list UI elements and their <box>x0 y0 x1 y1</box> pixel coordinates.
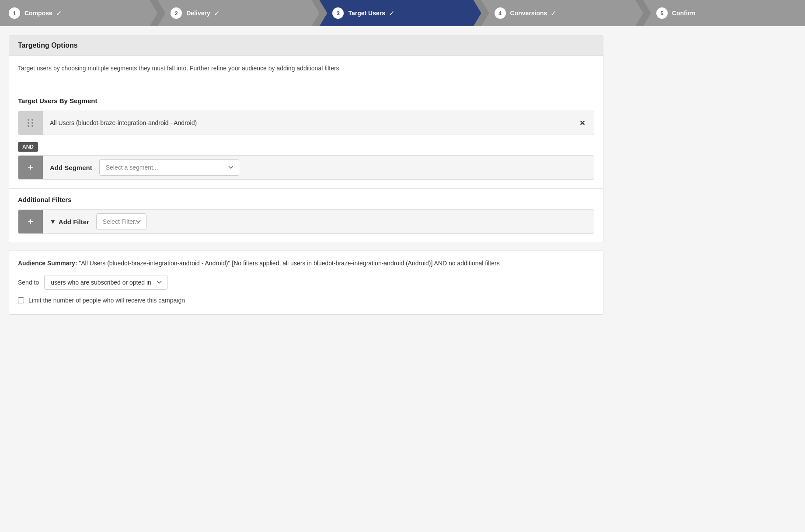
step-number-2: 2 <box>171 7 182 19</box>
segment-name: All Users (bluedot-braze-integration-and… <box>43 112 571 133</box>
segment-drag-handle[interactable] <box>18 111 43 135</box>
filter-icon: ▼ <box>50 218 56 225</box>
add-filter-plus-button[interactable]: + <box>18 210 43 233</box>
segments-section: Target Users By Segment All Users (blued… <box>9 88 603 180</box>
audience-summary-card: Audience Summary: "All Users (bluedot-br… <box>9 250 603 315</box>
step-number-3: 3 <box>332 7 344 19</box>
step-label-target-users: Target Users <box>348 10 385 17</box>
step-label-compose: Compose <box>24 10 52 17</box>
step-check-target-users: ✓ <box>389 9 394 17</box>
segment-select[interactable]: Select a segment... <box>99 159 239 176</box>
limit-label: Limit the number of people who will rece… <box>28 297 185 304</box>
add-segment-row: + Add Segment Select a segment... <box>18 155 594 180</box>
segment-row: All Users (bluedot-braze-integration-and… <box>18 111 594 135</box>
segment-remove-button[interactable]: ✕ <box>571 119 594 127</box>
step-confirm[interactable]: 5 Confirm <box>643 0 805 26</box>
send-to-label: Send to <box>18 279 39 286</box>
filter-select[interactable]: Select Filter... <box>96 213 146 230</box>
divider-1 <box>9 81 603 81</box>
send-to-select[interactable]: users who are subscribed or opted in <box>44 275 167 290</box>
step-delivery[interactable]: 2 Delivery ✓ <box>157 0 319 26</box>
drag-handle-dots <box>28 119 34 127</box>
main-content: Targeting Options Target users by choosi… <box>0 26 612 323</box>
step-check-compose: ✓ <box>56 9 62 17</box>
targeting-options-title: Targeting Options <box>18 42 594 49</box>
targeting-options-header: Targeting Options <box>9 35 603 56</box>
audience-summary-label: Audience Summary: <box>18 260 77 267</box>
targeting-description: Target users by choosing multiple segmen… <box>18 64 594 73</box>
targeting-options-card: Targeting Options Target users by choosi… <box>9 35 603 243</box>
step-number-1: 1 <box>9 7 20 19</box>
step-number-5: 5 <box>656 7 668 19</box>
segments-title: Target Users By Segment <box>18 97 594 104</box>
step-check-delivery: ✓ <box>214 9 220 17</box>
and-badge: AND <box>18 142 38 152</box>
add-filter-text: Add Filter <box>59 218 89 226</box>
add-filter-label: ▼ Add Filter <box>43 218 96 226</box>
step-compose[interactable]: 1 Compose ✓ <box>0 0 157 26</box>
step-target-users[interactable]: 3 Target Users ✓ <box>319 0 481 26</box>
step-check-conversions: ✓ <box>551 9 556 17</box>
limit-checkbox[interactable] <box>18 297 24 303</box>
limit-row: Limit the number of people who will rece… <box>18 297 594 304</box>
filters-section: Additional Filters + ▼ Add Filter Select… <box>9 196 603 243</box>
filters-title: Additional Filters <box>18 196 594 203</box>
step-label-confirm: Confirm <box>672 10 696 17</box>
step-number-4: 4 <box>495 7 506 19</box>
add-filter-row: + ▼ Add Filter Select Filter... <box>18 209 594 234</box>
divider-2 <box>9 188 603 189</box>
audience-summary-body: "All Users (bluedot-braze-integration-an… <box>79 260 499 267</box>
add-segment-label: Add Segment <box>43 164 99 171</box>
step-conversions[interactable]: 4 Conversions ✓ <box>481 0 643 26</box>
targeting-options-body: Target users by choosing multiple segmen… <box>9 56 603 81</box>
step-label-delivery: Delivery <box>186 10 210 17</box>
audience-summary-text: Audience Summary: "All Users (bluedot-br… <box>18 258 594 268</box>
stepper: 1 Compose ✓ 2 Delivery ✓ 3 Target Users … <box>0 0 805 26</box>
add-segment-plus-button[interactable]: + <box>18 156 43 179</box>
send-to-row: Send to users who are subscribed or opte… <box>18 275 594 290</box>
step-label-conversions: Conversions <box>510 10 547 17</box>
